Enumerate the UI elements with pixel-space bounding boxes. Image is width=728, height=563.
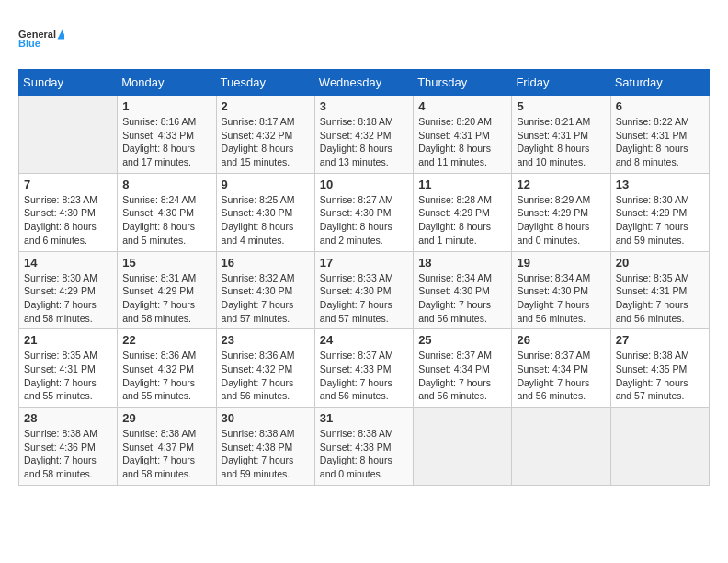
calendar-cell: 24Sunrise: 8:37 AMSunset: 4:33 PMDayligh… [314,329,413,408]
day-info: Sunrise: 8:32 AMSunset: 4:30 PMDaylight:… [222,271,310,326]
calendar-cell: 5Sunrise: 8:21 AMSunset: 4:31 PMDaylight… [512,96,610,174]
calendar-cell: 1Sunrise: 8:16 AMSunset: 4:33 PMDaylight… [118,96,216,174]
day-number: 30 [222,411,310,425]
calendar-cell: 2Sunrise: 8:17 AMSunset: 4:32 PMDaylight… [216,96,314,174]
calendar-cell: 18Sunrise: 8:34 AMSunset: 4:30 PMDayligh… [414,251,512,329]
day-number: 14 [24,256,112,270]
day-number: 16 [222,256,310,270]
day-info: Sunrise: 8:37 AMSunset: 4:34 PMDaylight:… [418,349,506,403]
day-info: Sunrise: 8:16 AMSunset: 4:33 PMDaylight:… [122,115,210,169]
calendar-cell: 12Sunrise: 8:29 AMSunset: 4:29 PMDayligh… [512,173,610,251]
calendar-cell [512,408,610,486]
calendar-cell: 19Sunrise: 8:34 AMSunset: 4:30 PMDayligh… [512,251,610,329]
day-info: Sunrise: 8:30 AMSunset: 4:29 PMDaylight:… [616,193,704,247]
day-info: Sunrise: 8:38 AMSunset: 4:38 PMDaylight:… [320,427,408,481]
day-info: Sunrise: 8:20 AMSunset: 4:31 PMDaylight:… [418,115,506,169]
calendar-cell: 15Sunrise: 8:31 AMSunset: 4:29 PMDayligh… [118,251,216,329]
day-number: 9 [222,178,310,191]
calendar-cell: 3Sunrise: 8:18 AMSunset: 4:32 PMDaylight… [314,96,413,174]
day-info: Sunrise: 8:31 AMSunset: 4:29 PMDaylight:… [122,271,210,326]
day-info: Sunrise: 8:36 AMSunset: 4:32 PMDaylight:… [122,349,210,403]
calendar-cell: 25Sunrise: 8:37 AMSunset: 4:34 PMDayligh… [414,329,512,408]
calendar-cell: 16Sunrise: 8:32 AMSunset: 4:30 PMDayligh… [216,251,314,329]
day-number: 11 [418,178,506,191]
day-number: 17 [320,256,408,270]
day-number: 5 [517,99,605,113]
col-header-sunday: Sunday [19,70,118,96]
col-header-monday: Monday [118,70,216,96]
day-number: 19 [517,256,605,270]
calendar-cell: 4Sunrise: 8:20 AMSunset: 4:31 PMDaylight… [414,96,512,174]
calendar-cell: 27Sunrise: 8:38 AMSunset: 4:35 PMDayligh… [610,329,709,408]
day-info: Sunrise: 8:18 AMSunset: 4:32 PMDaylight:… [320,115,408,169]
calendar-cell [19,96,118,174]
svg-marker-2 [58,30,65,40]
day-info: Sunrise: 8:38 AMSunset: 4:37 PMDaylight:… [122,427,210,481]
day-number: 28 [24,411,112,425]
calendar-cell: 10Sunrise: 8:27 AMSunset: 4:30 PMDayligh… [314,173,413,251]
day-number: 21 [24,333,112,347]
day-number: 6 [616,99,704,113]
day-number: 8 [122,178,210,191]
calendar-cell: 11Sunrise: 8:28 AMSunset: 4:29 PMDayligh… [414,173,512,251]
day-info: Sunrise: 8:36 AMSunset: 4:32 PMDaylight:… [222,349,310,403]
calendar-cell: 9Sunrise: 8:25 AMSunset: 4:30 PMDaylight… [216,173,314,251]
day-info: Sunrise: 8:24 AMSunset: 4:30 PMDaylight:… [122,193,210,247]
calendar-cell: 7Sunrise: 8:23 AMSunset: 4:30 PMDaylight… [19,173,118,251]
day-number: 18 [418,256,506,270]
day-info: Sunrise: 8:38 AMSunset: 4:36 PMDaylight:… [24,427,112,481]
calendar-header-row: SundayMondayTuesdayWednesdayThursdayFrid… [19,70,710,96]
logo-svg: General Blue [18,18,64,60]
day-info: Sunrise: 8:25 AMSunset: 4:30 PMDaylight:… [222,193,310,247]
calendar-cell [414,408,512,486]
day-number: 25 [418,333,506,347]
page-header: General Blue [18,18,710,60]
calendar-cell: 21Sunrise: 8:35 AMSunset: 4:31 PMDayligh… [19,329,118,408]
day-number: 13 [616,178,704,191]
day-info: Sunrise: 8:37 AMSunset: 4:34 PMDaylight:… [517,349,605,403]
calendar-cell: 14Sunrise: 8:30 AMSunset: 4:29 PMDayligh… [19,251,118,329]
day-number: 31 [320,411,408,425]
calendar-week-3: 14Sunrise: 8:30 AMSunset: 4:29 PMDayligh… [19,251,710,329]
day-number: 12 [517,178,605,191]
day-info: Sunrise: 8:30 AMSunset: 4:29 PMDaylight:… [24,271,112,326]
calendar-cell: 20Sunrise: 8:35 AMSunset: 4:31 PMDayligh… [610,251,709,329]
day-number: 26 [517,333,605,347]
day-number: 27 [616,333,704,347]
calendar-week-2: 7Sunrise: 8:23 AMSunset: 4:30 PMDaylight… [19,173,710,251]
day-info: Sunrise: 8:37 AMSunset: 4:33 PMDaylight:… [320,349,408,403]
day-info: Sunrise: 8:34 AMSunset: 4:30 PMDaylight:… [418,271,506,326]
day-info: Sunrise: 8:35 AMSunset: 4:31 PMDaylight:… [616,271,704,326]
day-info: Sunrise: 8:23 AMSunset: 4:30 PMDaylight:… [24,193,112,247]
day-info: Sunrise: 8:27 AMSunset: 4:30 PMDaylight:… [320,193,408,247]
calendar-cell: 30Sunrise: 8:38 AMSunset: 4:38 PMDayligh… [216,408,314,486]
calendar-week-5: 28Sunrise: 8:38 AMSunset: 4:36 PMDayligh… [19,408,710,486]
calendar-table: SundayMondayTuesdayWednesdayThursdayFrid… [18,69,710,486]
calendar-cell: 22Sunrise: 8:36 AMSunset: 4:32 PMDayligh… [118,329,216,408]
day-number: 15 [122,256,210,270]
svg-text:Blue: Blue [18,38,40,49]
day-number: 24 [320,333,408,347]
calendar-cell: 31Sunrise: 8:38 AMSunset: 4:38 PMDayligh… [314,408,413,486]
day-number: 7 [24,178,112,191]
day-number: 10 [320,178,408,191]
day-number: 20 [616,256,704,270]
day-info: Sunrise: 8:38 AMSunset: 4:35 PMDaylight:… [616,349,704,403]
calendar-week-4: 21Sunrise: 8:35 AMSunset: 4:31 PMDayligh… [19,329,710,408]
day-info: Sunrise: 8:38 AMSunset: 4:38 PMDaylight:… [222,427,310,481]
calendar-cell [610,408,709,486]
day-info: Sunrise: 8:34 AMSunset: 4:30 PMDaylight:… [517,271,605,326]
col-header-friday: Friday [512,70,610,96]
calendar-week-1: 1Sunrise: 8:16 AMSunset: 4:33 PMDaylight… [19,96,710,174]
day-number: 1 [122,99,210,113]
calendar-cell: 28Sunrise: 8:38 AMSunset: 4:36 PMDayligh… [19,408,118,486]
day-info: Sunrise: 8:28 AMSunset: 4:29 PMDaylight:… [418,193,506,247]
day-number: 3 [320,99,408,113]
calendar-cell: 13Sunrise: 8:30 AMSunset: 4:29 PMDayligh… [610,173,709,251]
day-number: 2 [222,99,310,113]
day-number: 4 [418,99,506,113]
day-number: 23 [222,333,310,347]
col-header-wednesday: Wednesday [314,70,413,96]
col-header-thursday: Thursday [414,70,512,96]
day-info: Sunrise: 8:33 AMSunset: 4:30 PMDaylight:… [320,271,408,326]
